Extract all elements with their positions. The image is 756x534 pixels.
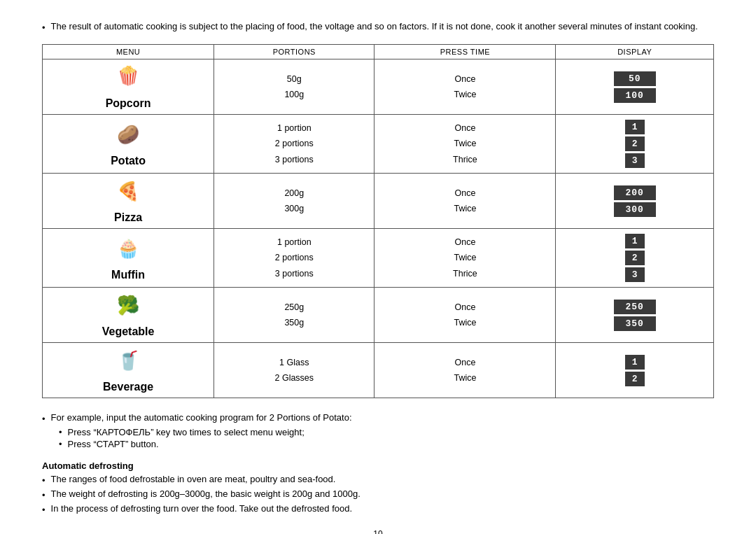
example-main-text: For example, input the automatic cooking…: [51, 412, 352, 424]
display-cell: 250350: [556, 288, 714, 343]
display-value: 300: [614, 202, 656, 217]
display-value: 2: [625, 372, 645, 386]
portions-cell: 1 Glass2 Glasses: [214, 343, 374, 398]
press-time-value: Twice: [454, 373, 476, 383]
menu-icon: 🍿: [46, 64, 211, 94]
defrost-text-3: In the process of defrosting turn over t…: [51, 503, 352, 515]
menu-icon: 🥦: [46, 292, 211, 323]
portion-value: 2 Glasses: [274, 373, 314, 383]
portion-value: 1 portion: [277, 237, 312, 247]
defrost-text-2: The weight of defrosting is 200g–3000g, …: [51, 489, 360, 500]
table-row: 🥔 Potato 1 portion2 portions3 portionsOn…: [43, 115, 714, 174]
press-time-cell: OnceTwice: [374, 174, 556, 229]
sub-bullet-1: • Press “КАРТОФЕЛЬ” key two times to sel…: [59, 427, 714, 437]
col-display: Display: [556, 45, 714, 59]
display-cell: 123: [556, 115, 714, 174]
menu-label: Vegetable: [46, 325, 211, 338]
defrost-bullet-1: • The ranges of food defrostable in oven…: [42, 474, 714, 486]
menu-cell-pizza: 🍕 Pizza: [43, 174, 214, 229]
portion-value: 1 Glass: [279, 358, 309, 367]
portion-value: 50g: [287, 74, 302, 84]
display-value: 2: [625, 251, 645, 265]
display-value: 2: [625, 136, 645, 151]
menu-cell-popcorn: 🍿 Popcorn: [43, 59, 214, 115]
press-time-value: Once: [454, 237, 475, 247]
auto-defrost-section: Automatic defrosting • The ranges of foo…: [42, 461, 714, 515]
portion-value: 250g: [284, 302, 304, 312]
example-section: • For example, input the automatic cooki…: [42, 412, 714, 449]
intro-bullet-1: • The result of automatic cooking is sub…: [42, 21, 714, 33]
press-time-value: Twice: [454, 90, 476, 99]
display-value: 1: [625, 234, 645, 248]
bullet-dot: •: [59, 439, 62, 449]
table-row: 🍿 Popcorn 50g100gOnceTwice50100: [43, 59, 714, 115]
portion-value: 2 portions: [275, 253, 314, 262]
menu-icon: 🍕: [46, 178, 211, 209]
display-value: 350: [614, 316, 656, 331]
col-menu: Menu: [43, 45, 214, 59]
press-time-cell: OnceTwice: [374, 59, 556, 115]
menu-label: Muffin: [46, 269, 211, 281]
portion-value: 100g: [284, 90, 304, 99]
defrost-bullet-3: • In the process of defrosting turn over…: [42, 503, 714, 515]
press-time-value: Twice: [454, 204, 476, 213]
press-time-value: Twice: [454, 318, 476, 328]
press-time-cell: OnceTwice: [374, 288, 556, 343]
press-time-value: Once: [454, 302, 475, 312]
svg-text:🧁: 🧁: [117, 237, 140, 260]
sub-bullet-2: • Press “СТАРТ” button.: [59, 439, 714, 449]
menu-icon: 🥤: [46, 347, 211, 378]
bullet-dot: •: [42, 22, 46, 33]
bullet-dot: •: [59, 427, 62, 437]
display-cell: 123: [556, 229, 714, 288]
portion-value: 300g: [284, 204, 304, 213]
display-value: 1: [625, 355, 645, 370]
menu-label: Potato: [46, 155, 211, 167]
portion-value: 1 portion: [277, 123, 312, 133]
col-press-time: Press Time: [374, 45, 556, 59]
table-row: 🧁 Muffin 1 portion2 portions3 portionsOn…: [43, 229, 714, 288]
display-value: 50: [614, 71, 656, 86]
svg-text:🥦: 🥦: [117, 294, 140, 316]
sub-bullet-2-text: Press “СТАРТ” button.: [68, 439, 159, 449]
display-value: 3: [625, 267, 645, 282]
display-value: 250: [614, 300, 656, 314]
menu-cell-potato: 🥔 Potato: [43, 115, 214, 174]
portion-value: 2 portions: [275, 139, 314, 148]
menu-label: Beverage: [46, 381, 211, 393]
svg-text:🍕: 🍕: [117, 180, 140, 202]
intro-text: The result of automatic cooking is subje…: [51, 21, 698, 33]
defrost-bullet-2: • The weight of defrosting is 200g–3000g…: [42, 489, 714, 500]
menu-icon: 🥔: [46, 121, 211, 152]
page-number: 10: [42, 529, 714, 534]
press-time-cell: OnceTwiceThrice: [374, 115, 556, 174]
menu-cell-beverage: 🥤 Beverage: [43, 343, 214, 398]
press-time-cell: OnceTwiceThrice: [374, 229, 556, 288]
example-main-bullet: • For example, input the automatic cooki…: [42, 412, 714, 424]
portions-cell: 200g300g: [214, 174, 374, 229]
portion-value: 3 portions: [275, 269, 314, 279]
example-sub-bullets: • Press “КАРТОФЕЛЬ” key two times to sel…: [59, 427, 714, 449]
table-row: 🍕 Pizza 200g300gOnceTwice200300: [43, 174, 714, 229]
table-row: 🥤 Beverage 1 Glass2 GlassesOnceTwice12: [43, 343, 714, 398]
svg-text:🥔: 🥔: [117, 123, 140, 146]
portions-cell: 250g350g: [214, 288, 374, 343]
svg-text:🍿: 🍿: [117, 64, 140, 87]
cooking-table: Menu Portions Press Time Display 🍿 Popco…: [42, 44, 714, 398]
portions-cell: 1 portion2 portions3 portions: [214, 229, 374, 288]
menu-icon: 🧁: [46, 235, 211, 266]
bullet-dot: •: [42, 414, 46, 424]
portion-value: 200g: [284, 188, 304, 198]
defrost-text-1: The ranges of food defrostable in oven a…: [51, 474, 336, 486]
press-time-value: Twice: [454, 253, 476, 262]
press-time-value: Thrice: [453, 269, 477, 279]
press-time-cell: OnceTwice: [374, 343, 556, 398]
display-cell: 12: [556, 343, 714, 398]
col-portions: Portions: [214, 45, 374, 59]
display-value: 1: [625, 120, 645, 134]
portion-value: 350g: [284, 318, 304, 328]
display-value: 100: [614, 88, 656, 103]
portion-value: 3 portions: [275, 155, 314, 164]
press-time-value: Once: [454, 123, 475, 133]
press-time-value: Thrice: [453, 155, 477, 164]
